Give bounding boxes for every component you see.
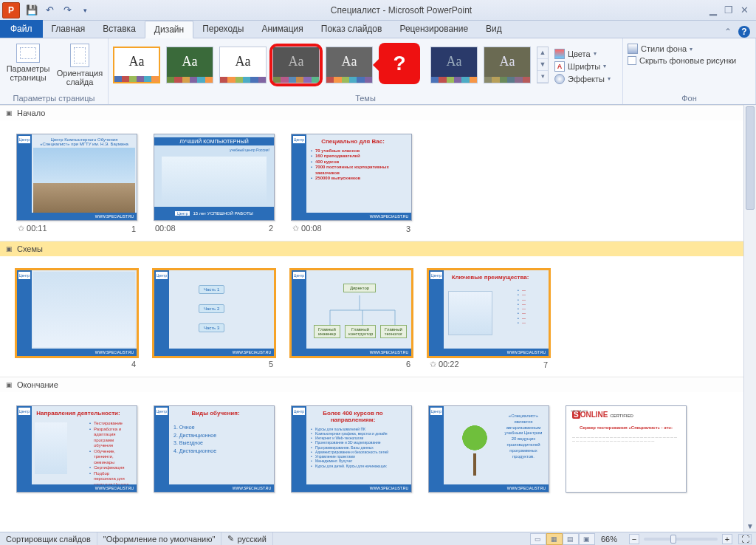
save-icon[interactable]: 💾 (24, 3, 40, 18)
section-header-selected[interactable]: ▣Схемы (0, 241, 743, 256)
collapse-icon[interactable]: ▣ (6, 381, 13, 388)
transition-icon: ✩ (292, 224, 299, 233)
effects-button[interactable]: Эффекты ▾ (554, 74, 611, 84)
qat-more-icon[interactable]: ▾ (77, 3, 93, 18)
status-language[interactable]: ✎русский (221, 532, 272, 545)
slide-number: 1 (131, 224, 136, 233)
spellcheck-icon: ✎ (227, 534, 234, 544)
slide-thumbnail[interactable]: Центр Директор Главный инженер Главный к… (291, 270, 412, 369)
tab-insert[interactable]: Вставка (94, 20, 145, 38)
transition-icon: ✩ (430, 360, 436, 369)
slide-thumbnail[interactable]: SONLINE CERTIFIED SPECIALIST Сервер тест… (566, 405, 687, 493)
theme-thumbnail[interactable]: Aa (219, 47, 267, 83)
theme-thumbnail[interactable]: Aa (484, 47, 531, 83)
help-icon[interactable]: ? (738, 26, 750, 38)
slide-thumbnail[interactable]: Центр WWW.SPECIALIST.RU 4 (16, 270, 137, 369)
tab-design[interactable]: Дизайн (145, 21, 193, 38)
group-background: Стили фона ▾ Скрыть фоновые рисунки Фон (623, 38, 756, 104)
transition-icon: ✩ (18, 224, 24, 233)
tab-review[interactable]: Рецензирование (391, 20, 477, 38)
collapse-icon[interactable]: ▣ (6, 245, 13, 253)
sorter-view-button[interactable]: ▦ (546, 533, 563, 545)
view-buttons: ▭ ▦ ▤ ▣ (530, 533, 595, 545)
zoom-track[interactable] (644, 538, 718, 541)
page-setup-button[interactable]: Параметры страницы (4, 41, 52, 82)
app-icon[interactable]: P (2, 2, 20, 18)
tab-view[interactable]: Вид (477, 20, 511, 38)
tab-animations[interactable]: Анимация (252, 20, 312, 38)
group-page-setup: Параметры страницы Ориентация слайда Пар… (0, 38, 109, 104)
slide-thumbnail[interactable]: Центр Виды обучения: 1. Очное2. Дистанци… (154, 405, 275, 493)
section-title: Начало (17, 109, 45, 117)
group-background-title: Фон (628, 92, 751, 103)
page-setup-label: Параметры страницы (7, 64, 50, 82)
theme-thumbnail[interactable]: Aa (166, 47, 213, 83)
normal-view-button[interactable]: ▭ (530, 533, 546, 545)
hide-bg-checkbox[interactable]: Скрыть фоновые рисунки (628, 56, 736, 65)
themes-gallery-scroll[interactable]: ▲ ▼ ▾ (537, 47, 549, 83)
orientation-icon (70, 44, 89, 67)
slide-orientation-button[interactable]: Ориентация слайда (56, 41, 103, 86)
slide-thumbnail[interactable]: Центр Центр Компьютерного Обучения«Специ… (16, 134, 137, 233)
close-icon[interactable]: ✕ (740, 4, 749, 16)
collapse-icon[interactable]: ▣ (6, 109, 13, 117)
slide-number: 7 (543, 360, 548, 369)
scrollbar-thumb[interactable] (746, 106, 755, 210)
slide-number: 3 (406, 224, 410, 233)
undo-icon[interactable]: ↶ (41, 3, 58, 18)
restore-icon[interactable]: ❐ (724, 4, 733, 16)
minimize-ribbon-icon[interactable]: ⌃ (722, 26, 734, 38)
theme-options: Цвета ▾ AШрифты ▾ Эффекты ▾ (554, 46, 611, 84)
scroll-up-icon[interactable]: ▲ (537, 47, 548, 59)
tab-home[interactable]: Главная (43, 20, 94, 38)
slide-time: 00:11 (27, 224, 47, 233)
redo-icon[interactable]: ↷ (59, 3, 75, 18)
orientation-label: Ориентация слайда (57, 69, 103, 86)
slide-thumbnail[interactable]: Центр Более 400 курсов по направлениям: … (291, 405, 412, 493)
scroll-down-icon[interactable]: ▼ (537, 59, 548, 71)
slide-thumbnail[interactable]: Центр Ключевые преимущества: ———————— WW… (428, 270, 549, 369)
fit-to-window-button[interactable]: ⛶ (738, 534, 752, 544)
colors-button[interactable]: Цвета ▾ (554, 49, 611, 59)
slide-time: 00:08 (155, 224, 176, 233)
theme-thumbnail[interactable]: Aa (430, 47, 478, 83)
status-theme: "Оформление по умолчанию" (97, 532, 222, 545)
zoom-slider[interactable]: − + (629, 534, 732, 544)
slide-thumbnail[interactable]: Центр Часть 1 Часть 2 Часть 3 WWW.SPECIA… (154, 270, 275, 369)
bg-styles-icon (628, 44, 638, 54)
ribbon: Параметры страницы Ориентация слайда Пар… (0, 38, 756, 105)
slideshow-view-button[interactable]: ▣ (579, 533, 595, 545)
slide-time: 00:08 (301, 224, 322, 233)
effects-icon (554, 74, 565, 84)
vertical-scrollbar[interactable]: ▲ ▼ (743, 105, 756, 532)
colors-icon (554, 49, 565, 59)
zoom-level[interactable]: 66% (595, 532, 623, 545)
slide-thumbnail[interactable]: Центр Направления деятельности: Тестиров… (16, 405, 137, 493)
tab-file[interactable]: Файл (0, 20, 43, 38)
ribbon-tabs: Файл Главная Вставка Дизайн Переходы Ани… (0, 21, 756, 38)
section-header[interactable]: ▣Окончание (0, 377, 743, 392)
slide-thumbnail[interactable]: Центр «Специалист»являетсяавторизованным… (428, 405, 549, 493)
minimize-icon[interactable]: ▁ (709, 4, 717, 16)
zoom-out-button[interactable]: − (629, 534, 639, 544)
status-mode: Сортировщик слайдов (0, 532, 97, 545)
theme-thumbnail[interactable]: Aa (113, 47, 160, 83)
slide-number: 5 (269, 360, 273, 369)
bg-styles-button[interactable]: Стили фона ▾ (628, 44, 736, 54)
slide-thumbnail[interactable]: Центр Специально для Вас: 70 учебных кла… (291, 134, 412, 233)
reading-view-button[interactable]: ▤ (563, 533, 579, 545)
tab-transitions[interactable]: Переходы (193, 20, 252, 38)
section-header[interactable]: ▣Начало (0, 105, 743, 120)
title-bar: P 💾 ↶ ↷ ▾ Специалист - Microsoft PowerPo… (0, 0, 756, 21)
zoom-handle[interactable] (670, 535, 676, 544)
theme-thumbnail-highlighted[interactable]: Aa (272, 47, 320, 83)
fonts-button[interactable]: AШрифты ▾ (554, 61, 611, 72)
slide-thumbnail[interactable]: ЛУЧШИЙ КОМПЬЮТЕРНЫЙ учебный центр России… (154, 134, 275, 233)
scroll-down-icon[interactable]: ▼ (744, 520, 756, 532)
status-bar: Сортировщик слайдов "Оформление по умолч… (0, 532, 756, 545)
gallery-more-icon[interactable]: ▾ (537, 71, 548, 83)
zoom-in-button[interactable]: + (722, 534, 732, 544)
slide-sorter: ▣Начало Центр Центр Компьютерного Обучен… (0, 105, 756, 532)
window-title: Специалист - Microsoft PowerPoint (93, 5, 709, 16)
tab-slideshow[interactable]: Показ слайдов (312, 20, 391, 38)
